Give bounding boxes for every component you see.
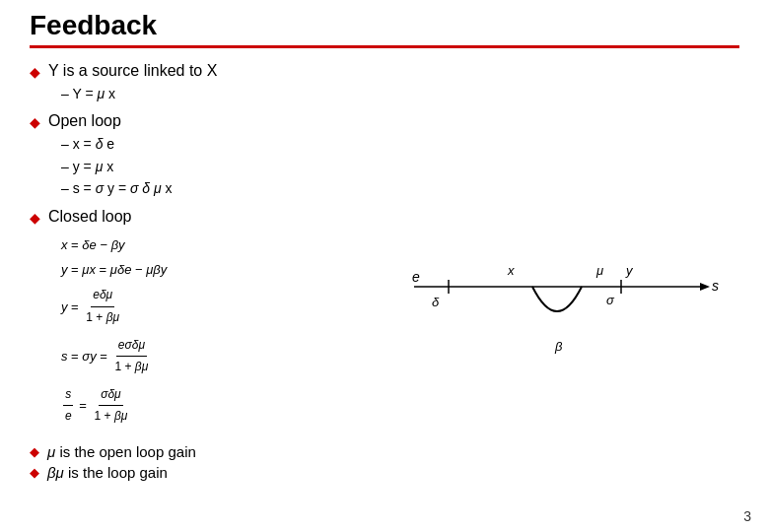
u-curve — [532, 287, 582, 311]
diagram-container: e δ x μ y σ s — [404, 218, 720, 379]
formula-3: y = eδμ 1 + βμ — [61, 285, 384, 328]
right-column: e δ x μ y σ s — [384, 208, 739, 485]
fraction-2: eσδμ 1 + βμ — [113, 335, 151, 378]
x-label: x — [507, 263, 515, 278]
formula-4: s = σy = eσδμ 1 + βμ — [61, 335, 384, 378]
content-area: ◆ Closed loop x = δe − βy y = μx = μδe −… — [30, 208, 739, 485]
bottom-note-1: ◆ μ is the open loop gain — [30, 443, 384, 460]
beta-label: β — [554, 339, 563, 354]
title-underline — [30, 45, 739, 48]
bullet-main-2: ◆ Open loop — [30, 112, 739, 130]
fraction-1: eδμ 1 + βμ — [84, 285, 121, 328]
bottom-note-2: ◆ βμ is the loop gain — [30, 464, 384, 481]
formula-2: y = μx = μδe − μβy — [61, 258, 384, 281]
page: Feedback ◆ Y is a source linked to X Y =… — [0, 0, 769, 532]
bullet-main-3: ◆ Closed loop — [30, 208, 384, 226]
sub-item-2-1: y = μ x — [61, 156, 739, 177]
sub-item-1-0: Y = μ x — [61, 83, 739, 104]
bullet-section-3: ◆ Closed loop — [30, 208, 384, 226]
bullet-diamond-1: ◆ — [30, 64, 40, 80]
bullet-main-1: ◆ Y is a source linked to X — [30, 62, 739, 80]
note-diamond-2: ◆ — [30, 465, 39, 480]
bullet-section-1: ◆ Y is a source linked to X Y = μ x — [30, 62, 739, 104]
formula-1: x = δe − βy — [61, 233, 384, 256]
bullet-diamond-3: ◆ — [30, 210, 40, 226]
sigma-label: σ — [606, 293, 615, 307]
note-text-1: μ is the open loop gain — [47, 443, 196, 460]
fraction-4: σδμ 1 + βμ — [93, 384, 130, 428]
page-number: 3 — [743, 508, 751, 524]
sub-item-2-0: x = δ e — [61, 133, 739, 155]
bullet-text-2: Open loop — [48, 112, 121, 130]
delta-label: δ — [432, 295, 440, 309]
sub-items-2: x = δ e y = μ x s = σ y = σ δ μ x — [61, 133, 739, 199]
mu-label: μ — [595, 263, 603, 278]
note-text-2: βμ is the loop gain — [47, 464, 168, 481]
page-title: Feedback — [30, 10, 739, 41]
sub-items-1: Y = μ x — [61, 83, 739, 104]
bullet-section-2: ◆ Open loop x = δ e y = μ x s = σ y = σ … — [30, 112, 739, 199]
note-diamond-1: ◆ — [30, 444, 39, 459]
bottom-notes: ◆ μ is the open loop gain ◆ βμ is the lo… — [30, 443, 384, 481]
left-column: ◆ Closed loop x = δe − βy y = μx = μδe −… — [30, 208, 384, 485]
y-label: y — [625, 263, 634, 278]
feedback-diagram: e δ x μ y σ s — [404, 218, 720, 375]
e-label: e — [412, 269, 420, 285]
bullet-text-3: Closed loop — [48, 208, 132, 226]
sub-item-2-2: s = σ y = σ δ μ x — [61, 177, 739, 199]
bullet-diamond-2: ◆ — [30, 114, 40, 130]
s-label: s — [712, 278, 719, 294]
bullet-text-1: Y is a source linked to X — [48, 62, 217, 80]
arrow-head — [700, 283, 710, 291]
formula-5: s e = σδμ 1 + βμ — [61, 384, 384, 428]
fraction-3: s e — [63, 384, 74, 428]
formula-block: x = δe − βy y = μx = μδe − μβy y = eδμ 1… — [61, 233, 384, 428]
